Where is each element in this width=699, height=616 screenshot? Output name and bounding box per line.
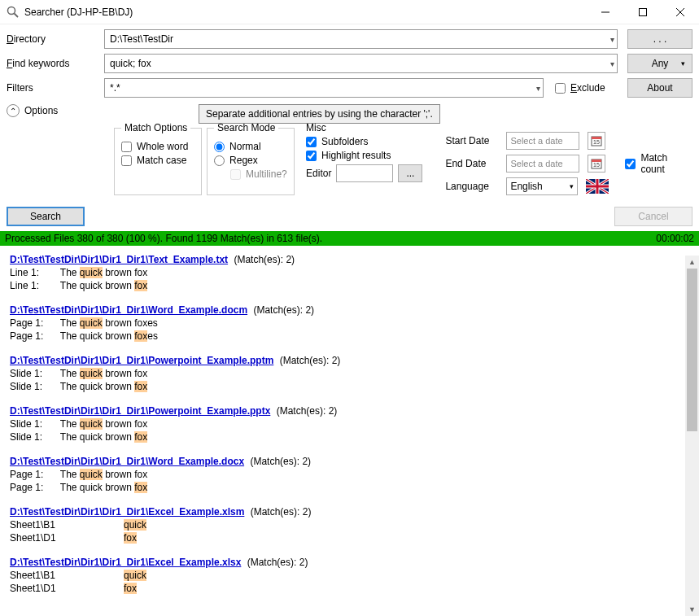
about-button[interactable]: About bbox=[627, 78, 692, 98]
result-file-link[interactable]: D:\Test\TestDir\Dir1\Dir1_Dir1\Powerpoin… bbox=[10, 405, 270, 417]
highlight: fox bbox=[134, 280, 147, 291]
result-line: Sheet1\D1fox bbox=[10, 583, 689, 594]
result-line: Page 1: The quick brown fox bbox=[10, 469, 689, 480]
options-label: Options bbox=[24, 104, 58, 116]
match-options-group: Match Options Whole word Match case bbox=[114, 122, 202, 195]
match-count-text: (Match(es): 2) bbox=[273, 405, 337, 417]
highlight: quick bbox=[80, 469, 103, 480]
titlebar: Searcher (DJ-HP-EB\DJ) bbox=[0, 0, 699, 24]
match-count-text: (Match(es): 2) bbox=[231, 254, 295, 265]
start-date-label: Start Date bbox=[445, 135, 498, 146]
calendar-icon[interactable]: 15 bbox=[588, 155, 605, 173]
close-button[interactable] bbox=[662, 0, 699, 24]
result-line: Line 1: The quick brown fox bbox=[10, 280, 689, 291]
result-location: Page 1: bbox=[10, 317, 52, 329]
result-line: Slide 1: The quick brown fox bbox=[10, 418, 689, 430]
scroll-thumb[interactable] bbox=[687, 269, 697, 431]
scroll-up-icon[interactable]: ▲ bbox=[685, 256, 699, 269]
filters-input[interactable] bbox=[104, 78, 544, 98]
status-time: 00:00:02 bbox=[656, 233, 694, 244]
result-file-link[interactable]: D:\Test\TestDir\Dir1\Dir1_Dir1\Text_Exam… bbox=[10, 254, 228, 265]
status-bar: Processed Files 380 of 380 (100 %). Foun… bbox=[0, 231, 699, 246]
keywords-input[interactable] bbox=[104, 54, 618, 73]
search-mode-group: Search Mode Normal Regex Multiline? bbox=[207, 122, 295, 195]
match-case-checkbox[interactable] bbox=[121, 155, 132, 166]
highlight: quick bbox=[80, 368, 103, 379]
result-location: Slide 1: bbox=[10, 418, 52, 430]
result-location: Sheet1\D1 bbox=[10, 583, 124, 594]
scroll-down-icon[interactable]: ▼ bbox=[685, 603, 699, 616]
match-count-text: (Match(es): 2) bbox=[251, 304, 314, 316]
result-location: Page 1: bbox=[10, 482, 52, 493]
result-file-link[interactable]: D:\Test\TestDir\Dir1\Dir1_Dir1\Excel_Exa… bbox=[10, 557, 241, 568]
svg-point-0 bbox=[8, 7, 15, 14]
match-count-label: Match count bbox=[640, 152, 692, 175]
multiline-checkbox bbox=[230, 169, 241, 180]
highlight: quick bbox=[124, 519, 146, 531]
svg-rect-3 bbox=[640, 8, 647, 15]
browse-directory-button[interactable]: . . . bbox=[627, 29, 692, 49]
highlight: quick bbox=[80, 418, 103, 430]
end-date-label: End Date bbox=[445, 158, 498, 169]
result-location: Slide 1: bbox=[10, 431, 52, 443]
result-line: Page 1: The quick brown fox bbox=[10, 482, 689, 493]
directory-input[interactable] bbox=[104, 29, 618, 49]
status-text: Processed Files 380 of 380 (100 %). Foun… bbox=[5, 233, 322, 244]
result-location: Slide 1: bbox=[10, 368, 52, 379]
highlight: fox bbox=[124, 583, 137, 594]
directory-label: Directory bbox=[7, 33, 104, 45]
match-count-checkbox[interactable] bbox=[625, 159, 636, 169]
scrollbar[interactable]: ▲ ▼ bbox=[685, 256, 699, 616]
result-line: Line 1: The quick brown fox bbox=[10, 267, 689, 278]
tooltip: Separate additional entries by using the… bbox=[199, 104, 440, 124]
result-line: Page 1: The quick brown foxes bbox=[10, 330, 689, 342]
maximize-button[interactable] bbox=[624, 0, 662, 24]
minimize-button[interactable] bbox=[587, 0, 624, 24]
whole-word-checkbox[interactable] bbox=[121, 142, 132, 152]
calendar-icon[interactable]: 15 bbox=[588, 132, 605, 150]
highlight-checkbox[interactable] bbox=[306, 151, 317, 161]
options-expander[interactable]: ⌃ bbox=[7, 104, 20, 117]
normal-radio[interactable] bbox=[214, 142, 225, 152]
keywords-label: Find keywords bbox=[7, 58, 104, 69]
any-button[interactable]: Any bbox=[627, 54, 692, 73]
result-location: Sheet1\B1 bbox=[10, 519, 124, 531]
match-count-text: (Match(es): 2) bbox=[247, 456, 311, 467]
highlight: quick bbox=[80, 317, 103, 329]
svg-text:15: 15 bbox=[594, 162, 601, 168]
language-select[interactable]: English▾ bbox=[506, 177, 578, 195]
editor-browse-button[interactable]: ... bbox=[398, 164, 422, 182]
exclude-checkbox[interactable] bbox=[555, 83, 566, 94]
match-count-text: (Match(es): 2) bbox=[277, 355, 340, 366]
misc-group: Misc Subfolders Highlight results Editor… bbox=[299, 122, 429, 195]
app-icon bbox=[7, 6, 20, 19]
result-location: Line 1: bbox=[10, 280, 52, 291]
result-location: Line 1: bbox=[10, 267, 52, 278]
editor-input[interactable] bbox=[336, 164, 393, 182]
result-file-link[interactable]: D:\Test\TestDir\Dir1\Dir1_Dir1\Word_Exam… bbox=[10, 304, 247, 316]
result-location: Slide 1: bbox=[10, 381, 52, 392]
highlight: fox bbox=[134, 330, 147, 342]
end-date-input[interactable]: Select a date bbox=[506, 155, 579, 173]
highlight: fox bbox=[124, 532, 137, 544]
result-location: Sheet1\B1 bbox=[10, 570, 124, 581]
exclude-label: Exclude bbox=[570, 82, 605, 94]
result-line: Sheet1\B1quick bbox=[10, 570, 689, 581]
filters-label: Filters bbox=[7, 82, 104, 94]
regex-radio[interactable] bbox=[214, 155, 225, 166]
search-button[interactable]: Search bbox=[7, 207, 85, 226]
highlight: fox bbox=[134, 381, 147, 392]
subfolders-checkbox[interactable] bbox=[306, 137, 317, 147]
result-location: Page 1: bbox=[10, 469, 52, 480]
start-date-input[interactable]: Select a date bbox=[506, 132, 579, 150]
result-file-link[interactable]: D:\Test\TestDir\Dir1\Dir1_Dir1\Excel_Exa… bbox=[10, 506, 244, 518]
highlight: fox bbox=[134, 482, 147, 493]
result-line: Slide 1: The quick brown fox bbox=[10, 431, 689, 443]
svg-line-1 bbox=[15, 13, 19, 17]
result-file-link[interactable]: D:\Test\TestDir\Dir1\Dir1_Dir1\Word_Exam… bbox=[10, 456, 244, 467]
match-count-text: (Match(es): 2) bbox=[244, 557, 308, 568]
result-line: Page 1: The quick brown foxes bbox=[10, 317, 689, 329]
result-location: Page 1: bbox=[10, 330, 52, 342]
cancel-button: Cancel bbox=[614, 207, 692, 226]
result-file-link[interactable]: D:\Test\TestDir\Dir1\Dir1_Dir1\Powerpoin… bbox=[10, 355, 273, 366]
